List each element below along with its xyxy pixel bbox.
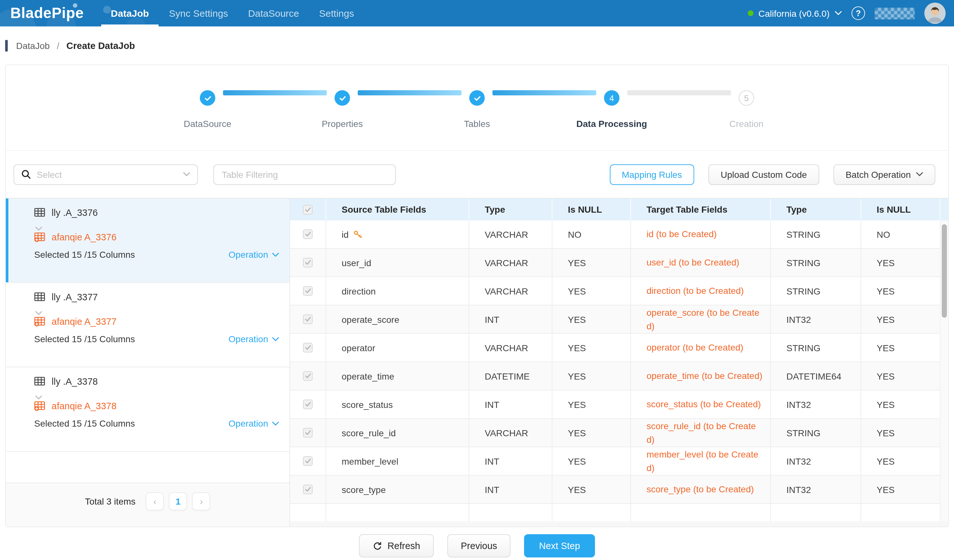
step-number: 5 — [744, 93, 749, 103]
source-field-name: score_rule_id — [341, 428, 396, 438]
nav-item-sync-settings[interactable]: Sync Settings — [169, 0, 228, 26]
table-pair-item[interactable]: lly .A_3378afanqie A_3378Selected 15 /15… — [6, 367, 290, 452]
chevron-down-icon — [35, 311, 42, 316]
step-circle: 4 — [604, 90, 619, 106]
source-type-cell: INT — [469, 447, 552, 475]
source-type-cell: VARCHAR — [469, 334, 552, 361]
pagination-total: Total 3 items — [85, 496, 136, 506]
row-checkbox[interactable] — [303, 229, 313, 239]
target-table-row: afanqie A_3377 — [34, 316, 279, 327]
breadcrumb-parent-link[interactable]: DataJob — [16, 40, 50, 51]
check-icon — [203, 94, 212, 102]
avatar[interactable] — [924, 3, 946, 24]
breadcrumb-separator: / — [57, 40, 59, 51]
app-logo[interactable]: BladePipe — [10, 5, 84, 22]
vertical-scrollbar-thumb[interactable] — [942, 224, 947, 318]
target-type-cell: INT32 — [771, 447, 861, 475]
source-field-name: score_type — [341, 484, 386, 495]
source-field-name: user_id — [341, 257, 371, 268]
source-isnull-cell: YES — [552, 305, 631, 333]
source-isnull-cell: YES — [552, 277, 631, 305]
environment-selector[interactable]: California (v0.6.0) — [747, 8, 842, 19]
mapping-rules-label: Mapping Rules — [622, 169, 682, 179]
step-label: Properties — [322, 118, 363, 129]
step-circle — [469, 90, 485, 106]
source-isnull-cell: NO — [552, 220, 631, 248]
target-field-cell: score_type (to be Created) — [631, 476, 771, 503]
checkmark-icon — [305, 401, 311, 407]
target-type-cell: INT32 — [771, 390, 861, 418]
source-isnull-cell: YES — [552, 249, 631, 277]
refresh-icon — [373, 541, 382, 551]
row-checkbox[interactable] — [303, 258, 313, 268]
nav-item-datasource[interactable]: DataSource — [248, 0, 299, 26]
wizard-footer: Refresh Previous Next Step — [0, 534, 954, 557]
refresh-button[interactable]: Refresh — [359, 534, 434, 557]
source-type-cell: DATETIME — [469, 362, 552, 390]
field-row: score_typeINTYESscore_type (to be Create… — [290, 476, 948, 504]
previous-button[interactable]: Previous — [447, 534, 511, 557]
row-checkbox[interactable] — [303, 314, 313, 324]
pagination-prev-button[interactable]: ‹ — [146, 492, 164, 510]
nav-bubble-decoration — [103, 6, 111, 14]
checkmark-icon — [305, 231, 311, 237]
operation-dropdown[interactable]: Operation — [229, 334, 279, 344]
step-connector — [493, 90, 596, 95]
source-field-cell: direction — [326, 277, 469, 305]
row-checkbox[interactable] — [303, 400, 313, 409]
nav-item-settings[interactable]: Settings — [319, 0, 354, 26]
breadcrumb: DataJob / Create DataJob — [0, 26, 954, 64]
source-field-name: operate_time — [341, 371, 394, 381]
datasource-select[interactable]: Select — [14, 164, 198, 185]
target-field-cell: member_level (to be Created) — [631, 447, 771, 475]
checkmark-icon — [305, 430, 311, 436]
source-isnull-cell: YES — [552, 362, 631, 390]
operation-dropdown[interactable]: Operation — [229, 249, 279, 260]
target-type-cell: STRING — [771, 334, 861, 361]
expand-chevron[interactable] — [35, 307, 279, 313]
table-pair-item[interactable]: lly .A_3376afanqie A_3376Selected 15 /15… — [6, 199, 290, 283]
mapping-content: lly .A_3376afanqie A_3376Selected 15 /15… — [6, 198, 948, 526]
next-step-button[interactable]: Next Step — [524, 534, 595, 557]
mapping-rules-button[interactable]: Mapping Rules — [610, 164, 694, 185]
checkmark-icon — [305, 260, 311, 266]
target-table-name: afanqie A_3377 — [51, 316, 117, 327]
select-all-checkbox[interactable] — [303, 205, 313, 214]
row-checkbox[interactable] — [303, 485, 313, 494]
table-filter-input[interactable] — [214, 164, 396, 185]
row-checkbox[interactable] — [303, 456, 313, 466]
source-table-row: lly .A_3377 — [34, 291, 279, 302]
column-header-source-isnull: Is NULL — [552, 199, 631, 220]
expand-chevron[interactable] — [35, 222, 279, 228]
batch-operation-label: Batch Operation — [846, 169, 911, 179]
row-checkbox[interactable] — [303, 286, 313, 296]
selection-summary: Selected 15 /15 Columns — [34, 249, 135, 260]
row-checkbox[interactable] — [303, 371, 313, 381]
row-checkbox-cell — [290, 277, 326, 305]
new-table-plus-icon — [34, 400, 45, 411]
source-table-row: lly .A_3378 — [34, 376, 279, 387]
table-toolbar: Select Mapping Rules Upload Custom Code … — [6, 151, 948, 198]
help-icon[interactable]: ? — [851, 6, 865, 20]
expand-chevron[interactable] — [35, 391, 279, 397]
table-pair-item[interactable]: lly .A_3377afanqie A_3377Selected 15 /15… — [6, 283, 290, 367]
upload-custom-code-button[interactable]: Upload Custom Code — [708, 164, 819, 185]
pagination-next-button[interactable]: › — [192, 492, 210, 510]
step-datasource: DataSource — [200, 90, 215, 106]
field-row: score_rule_idVARCHARYESscore_rule_id (to… — [290, 419, 948, 447]
row-checkbox[interactable] — [303, 428, 313, 437]
row-checkbox-cell — [290, 390, 326, 418]
pagination-page-1[interactable]: 1 — [169, 492, 187, 510]
step-label: DataSource — [184, 118, 231, 129]
batch-operation-button[interactable]: Batch Operation — [834, 164, 935, 185]
target-isnull-cell: YES — [861, 476, 940, 503]
target-type-cell: STRING — [771, 277, 861, 305]
vertical-scrollbar-track[interactable] — [940, 220, 948, 521]
source-field-name: member_level — [341, 456, 398, 466]
row-checkbox[interactable] — [303, 343, 313, 353]
horizontal-scrollbar-track[interactable] — [290, 521, 948, 526]
nav-item-datajob[interactable]: DataJob — [111, 0, 149, 26]
chevron-down-icon — [272, 337, 279, 341]
operation-dropdown[interactable]: Operation — [229, 418, 279, 429]
target-isnull-cell: NO — [861, 220, 940, 248]
